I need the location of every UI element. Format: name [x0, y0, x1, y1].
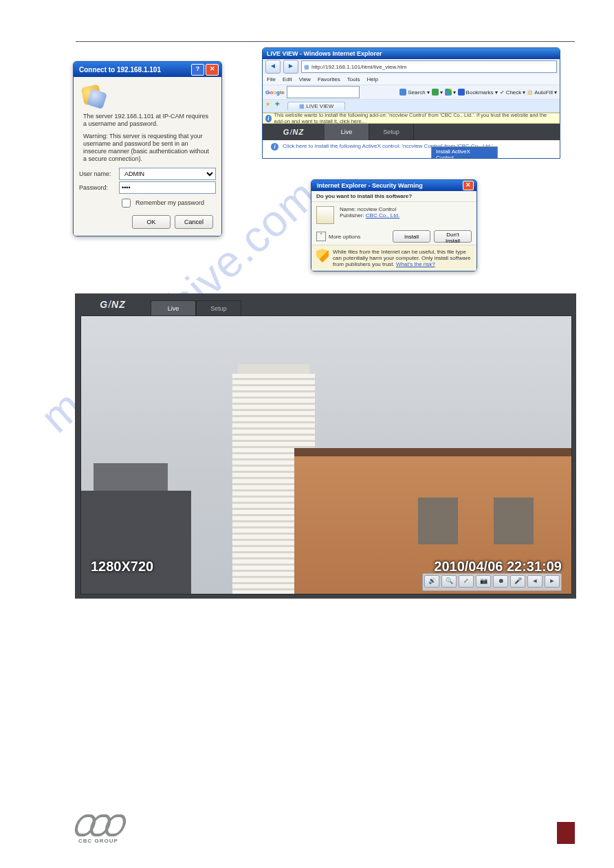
whats-the-risk-link[interactable]: What's the risk? — [396, 261, 435, 267]
sw-name-label: Name: — [340, 206, 356, 212]
remember-checkbox[interactable] — [122, 199, 131, 208]
viewer-controls: 🔊 🔍 ⤢ 📷 ⏺ 🎤 ◄ ► — [422, 573, 562, 591]
menu-file[interactable]: File — [267, 76, 276, 82]
ie-window: LIVE VIEW - Windows Internet Explorer ◄ … — [262, 47, 560, 159]
security-title: Internet Explorer - Security Warning — [317, 182, 423, 189]
security-warning-dialog: Internet Explorer - Security Warning ✕ D… — [311, 179, 477, 271]
next-icon[interactable]: ► — [545, 575, 560, 588]
activex-infobar[interactable]: i This website wants to install the foll… — [263, 113, 560, 124]
infobar-text: This website wants to install the follow… — [274, 112, 558, 124]
speaker-icon[interactable]: 🔊 — [424, 575, 439, 588]
video-canvas[interactable]: 1280X720 2010/04/06 22:31:09 🔊 🔍 ⤢ 📷 ⏺ 🎤… — [80, 315, 572, 594]
camera-app-header: G/NZ Live Setup — [263, 124, 560, 140]
password-field[interactable] — [119, 181, 216, 194]
close-button[interactable]: ✕ — [206, 64, 219, 76]
keys-icon — [80, 84, 105, 109]
ie-menu-bar: File Edit View Favorites Tools Help — [263, 74, 560, 85]
username-label: User name: — [79, 170, 119, 177]
more-options-toggle[interactable]: ˅ — [316, 232, 326, 241]
login-dialog: Connect to 192.168.1.101 ? ✕ The server … — [73, 61, 222, 236]
security-question: Do you want to install this software? — [311, 191, 476, 202]
menu-view[interactable]: View — [299, 76, 311, 82]
gtb-more[interactable]: ▾ — [445, 89, 456, 96]
ie-nav-row: ◄ ► ▦ http://192.168.1.101/html/live_vie… — [263, 59, 560, 74]
sw-pub-label: Publisher: — [340, 212, 364, 219]
prev-icon[interactable]: ◄ — [527, 575, 542, 588]
viewer-header: G/NZ Live Setup — [75, 293, 576, 315]
ok-button[interactable]: OK — [132, 215, 171, 229]
gtb-autofill[interactable]: ▤AutoFill ▾ — [527, 89, 557, 96]
page-footer: CBC GROUP — [76, 814, 575, 844]
password-label: Password: — [79, 184, 119, 191]
browser-tab[interactable]: ▦ LIVE VIEW — [287, 102, 345, 110]
username-field[interactable]: ADMIN — [119, 168, 216, 180]
cbc-brand-text: CBC GROUP — [78, 838, 118, 844]
login-warning-text: Warning: This server is requesting that … — [83, 133, 212, 164]
snapshot-icon[interactable]: 📷 — [476, 575, 491, 588]
help-button[interactable]: ? — [191, 64, 204, 76]
gtb-search[interactable]: Search ▾ — [399, 89, 429, 96]
search-icon[interactable]: 🔍 — [441, 575, 457, 588]
ganz-logo: G/NZ — [263, 128, 325, 136]
tab-page-icon: ▦ — [299, 103, 305, 109]
info-icon: i — [271, 143, 278, 151]
more-options-label[interactable]: More options — [329, 234, 360, 240]
google-logo: Google — [265, 89, 285, 96]
menu-favorites[interactable]: Favorites — [318, 76, 340, 82]
activex-context-menu: Install ActiveX Control... What's the Ri… — [431, 146, 498, 159]
activex-prompt-row: i Click here to install the following Ac… — [263, 140, 560, 158]
expand-icon[interactable]: ⤢ — [459, 575, 474, 588]
menu-install-activex[interactable]: Install ActiveX Control... — [432, 147, 497, 159]
gtb-share[interactable]: ▾ — [432, 89, 443, 96]
live-viewer: G/NZ Live Setup 1280X720 2010/04/06 22:3… — [75, 293, 576, 599]
record-icon[interactable]: ⏺ — [493, 575, 508, 588]
ie-titlebar[interactable]: LIVE VIEW - Windows Internet Explorer — [263, 48, 560, 59]
back-button[interactable]: ◄ — [265, 60, 281, 74]
header-divider — [76, 41, 575, 42]
shield-icon — [316, 249, 329, 263]
menu-tools[interactable]: Tools — [347, 76, 360, 82]
osd-timestamp: 2010/04/06 22:31:09 — [434, 559, 562, 575]
software-icon — [316, 206, 334, 224]
page-number-block — [557, 822, 575, 844]
remember-label: Remember my password — [135, 199, 204, 206]
address-bar[interactable]: ▦ http://192.168.1.101/html/live_view.ht… — [301, 60, 557, 73]
cbc-logo: CBC GROUP — [76, 814, 121, 844]
install-button[interactable]: Install — [393, 230, 430, 243]
menu-help[interactable]: Help — [366, 76, 377, 82]
dont-install-button[interactable]: Don't Install — [434, 230, 472, 243]
forward-button[interactable]: ► — [283, 60, 298, 74]
mic-icon[interactable]: 🎤 — [510, 575, 525, 588]
tab-live[interactable]: Live — [151, 300, 196, 316]
sw-pub-link[interactable]: CBC Co., Ltd. — [366, 212, 399, 219]
tab-live[interactable]: Live — [325, 124, 369, 140]
gtb-check[interactable]: ✔Check ▾ — [500, 89, 526, 96]
tab-setup[interactable]: Setup — [369, 124, 414, 140]
ie-tab-row: ★ ✚ ▦ LIVE VIEW — [263, 100, 560, 113]
menu-edit[interactable]: Edit — [283, 76, 292, 82]
login-server-text: The server 192.168.1.101 at IP-CAM requi… — [83, 113, 212, 129]
security-titlebar[interactable]: Internet Explorer - Security Warning ✕ — [311, 180, 476, 191]
page-icon: ▦ — [304, 64, 309, 70]
add-favorites-icon[interactable]: ✚ — [275, 101, 285, 111]
cancel-button[interactable]: Cancel — [175, 215, 213, 229]
ganz-logo: G/NZ — [75, 299, 151, 310]
login-title: Connect to 192.168.1.101 — [79, 66, 161, 74]
tab-setup[interactable]: Setup — [196, 300, 241, 316]
favorites-star-icon[interactable]: ★ — [265, 101, 275, 111]
osd-resolution: 1280X720 — [91, 559, 153, 575]
close-button[interactable]: ✕ — [463, 181, 474, 190]
sw-name-value: nccview Control — [358, 206, 396, 212]
info-icon: i — [265, 115, 272, 122]
google-search-input[interactable] — [287, 86, 360, 98]
google-toolbar: Google Search ▾ ▾ ▾ Bookmarks▾ ✔Check ▾ … — [263, 85, 560, 100]
gtb-bookmarks[interactable]: Bookmarks▾ — [458, 89, 498, 96]
address-url: http://192.168.1.101/html/live_view.htm — [311, 64, 406, 70]
login-titlebar[interactable]: Connect to 192.168.1.101 ? ✕ — [74, 62, 221, 77]
